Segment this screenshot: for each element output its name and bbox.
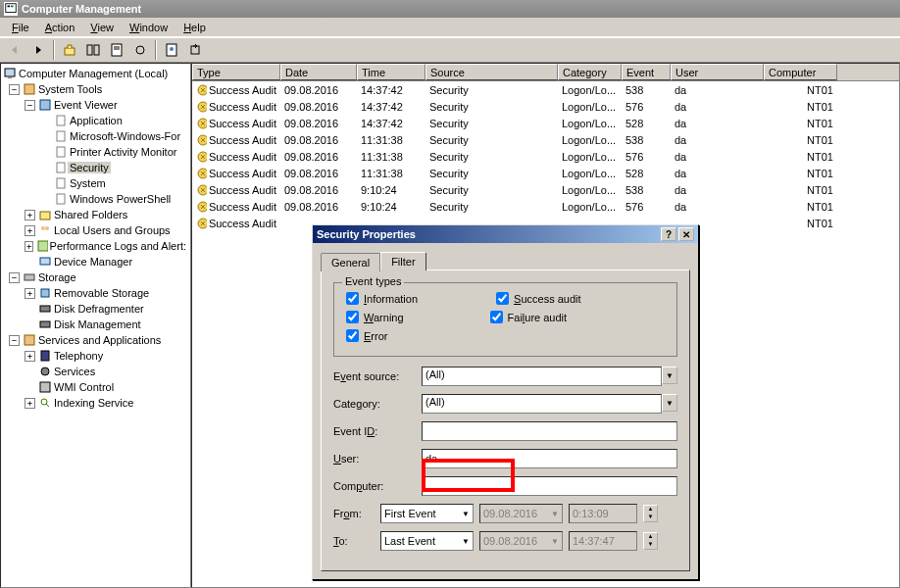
- tab-panel-filter: Event types Information Success audit Wa…: [321, 270, 690, 571]
- col-source[interactable]: Source: [425, 64, 558, 80]
- col-time[interactable]: Time: [357, 64, 425, 80]
- col-date[interactable]: Date: [280, 64, 357, 80]
- back-button[interactable]: [4, 39, 25, 61]
- tree-shared-folders[interactable]: +Shared Folders: [25, 207, 188, 222]
- tree-printer-activity[interactable]: Printer Activity Monitor: [54, 144, 188, 160]
- export-button[interactable]: [184, 39, 206, 61]
- tab-general[interactable]: General: [321, 253, 380, 271]
- svg-rect-5: [94, 45, 99, 55]
- tree-application[interactable]: Application: [54, 113, 188, 128]
- tree-disk-mgmt[interactable]: Disk Management: [25, 317, 188, 332]
- col-type[interactable]: Type: [192, 64, 280, 80]
- tree-panel[interactable]: Computer Management (Local) − System Too…: [0, 63, 191, 588]
- expand-icon[interactable]: +: [25, 288, 35, 299]
- tree-local-users[interactable]: +Local Users and Groups: [25, 222, 188, 238]
- computer-icon: [3, 67, 17, 80]
- chk-success-audit[interactable]: Success audit: [496, 292, 581, 305]
- menu-file[interactable]: File: [4, 20, 37, 35]
- tree-event-viewer[interactable]: − Event Viewer: [25, 97, 188, 113]
- list-row[interactable]: Success Audit09.08.201614:37:42SecurityL…: [192, 98, 899, 115]
- tree-powershell[interactable]: Windows PowerShell: [54, 191, 188, 207]
- svg-rect-28: [41, 289, 49, 297]
- expand-icon[interactable]: +: [25, 210, 35, 220]
- event-id-input[interactable]: [422, 421, 677, 441]
- help-button[interactable]: ?: [661, 227, 676, 241]
- list-row[interactable]: Success Audit09.08.20169:10:24SecurityLo…: [192, 198, 899, 215]
- tree-security[interactable]: Security: [54, 160, 188, 175]
- expand-icon[interactable]: +: [25, 398, 35, 409]
- to-event-select[interactable]: Last Event▼: [380, 531, 474, 551]
- show-hide-button[interactable]: [82, 39, 104, 61]
- to-date-input: 09.08.2016▼: [479, 531, 563, 551]
- up-button[interactable]: [59, 39, 80, 61]
- svg-rect-14: [25, 84, 34, 94]
- user-input[interactable]: [422, 449, 677, 468]
- col-computer[interactable]: Computer: [764, 64, 837, 80]
- tree-system-tools[interactable]: − System Tools: [9, 81, 188, 97]
- disk-icon: [38, 318, 52, 331]
- refresh-button[interactable]: [129, 39, 151, 61]
- window-titlebar: Computer Management: [0, 0, 900, 18]
- close-button[interactable]: ✕: [678, 227, 694, 241]
- computer-input[interactable]: [422, 476, 677, 496]
- tree-disk-defrag[interactable]: Disk Defragmenter: [25, 301, 188, 317]
- expand-icon[interactable]: +: [25, 241, 33, 252]
- tree-device-manager[interactable]: Device Manager: [25, 254, 188, 270]
- dropdown-icon[interactable]: ▼: [662, 367, 677, 384]
- services-icon: [23, 333, 36, 347]
- tree-ms-windows[interactable]: Microsoft-Windows-For: [54, 128, 188, 144]
- category-select[interactable]: (All): [422, 394, 662, 414]
- list-row[interactable]: Success Audit09.08.20169:10:24SecurityLo…: [192, 181, 899, 198]
- list-row[interactable]: Success Audit09.08.201611:31:38SecurityL…: [192, 131, 899, 148]
- collapse-icon[interactable]: −: [9, 84, 20, 95]
- help-button[interactable]: [161, 39, 182, 61]
- col-category[interactable]: Category: [558, 64, 622, 80]
- menu-view[interactable]: View: [82, 20, 122, 35]
- tree-services-apps[interactable]: − Services and Applications: [9, 332, 188, 348]
- event-viewer-icon: [38, 98, 52, 112]
- expand-icon[interactable]: +: [25, 225, 35, 236]
- list-row[interactable]: Success Audit09.08.201611:31:38SecurityL…: [192, 165, 899, 181]
- list-row[interactable]: Success Audit09.08.201614:37:42SecurityL…: [192, 81, 899, 98]
- collapse-icon[interactable]: −: [25, 100, 35, 111]
- device-icon: [38, 255, 52, 269]
- log-icon: [54, 129, 68, 143]
- chk-information[interactable]: Information: [346, 292, 418, 305]
- menu-action[interactable]: Action: [37, 20, 83, 35]
- menu-window[interactable]: Window: [122, 20, 175, 35]
- chk-error[interactable]: Error: [346, 329, 387, 342]
- tree-perf-logs[interactable]: +Performance Logs and Alert:: [25, 238, 188, 254]
- security-properties-dialog: Security Properties ? ✕ General Filter E…: [312, 224, 699, 580]
- tree-removable-storage[interactable]: +Removable Storage: [25, 285, 188, 301]
- tree-telephony[interactable]: +Telephony: [25, 348, 188, 364]
- forward-button[interactable]: [27, 39, 49, 61]
- folder-icon: [38, 208, 52, 221]
- event-source-select[interactable]: (All): [422, 367, 662, 386]
- chk-warning[interactable]: Warning: [346, 311, 404, 323]
- tree-root[interactable]: Computer Management (Local): [3, 66, 188, 81]
- list-row[interactable]: Success Audit09.08.201611:31:38SecurityL…: [192, 148, 899, 165]
- svg-rect-32: [41, 351, 49, 361]
- tree-indexing[interactable]: +Indexing Service: [25, 395, 188, 411]
- collapse-icon[interactable]: −: [9, 272, 20, 283]
- properties-button[interactable]: [106, 39, 127, 61]
- expand-icon[interactable]: +: [25, 351, 35, 362]
- menu-help[interactable]: Help: [175, 20, 214, 35]
- lbl-event-source: Event source:: [333, 370, 422, 382]
- col-event[interactable]: Event: [622, 64, 671, 80]
- from-event-select[interactable]: First Event▼: [380, 504, 474, 523]
- svg-rect-17: [57, 131, 65, 141]
- tree-storage[interactable]: − Storage: [9, 270, 188, 285]
- dialog-titlebar[interactable]: Security Properties ? ✕: [313, 225, 698, 243]
- collapse-icon[interactable]: −: [9, 335, 20, 346]
- tree-system[interactable]: System: [54, 175, 188, 191]
- tree-services[interactable]: Services: [25, 364, 188, 379]
- list-row[interactable]: Success Audit09.08.201614:37:42SecurityL…: [192, 115, 899, 131]
- col-user[interactable]: User: [671, 64, 764, 80]
- svg-rect-21: [57, 194, 65, 204]
- svg-point-33: [41, 368, 49, 375]
- chk-failure-audit[interactable]: Failure audit: [490, 311, 568, 323]
- tab-filter[interactable]: Filter: [380, 252, 425, 270]
- tree-wmi[interactable]: WMI Control: [25, 379, 188, 395]
- dropdown-icon[interactable]: ▼: [662, 394, 677, 412]
